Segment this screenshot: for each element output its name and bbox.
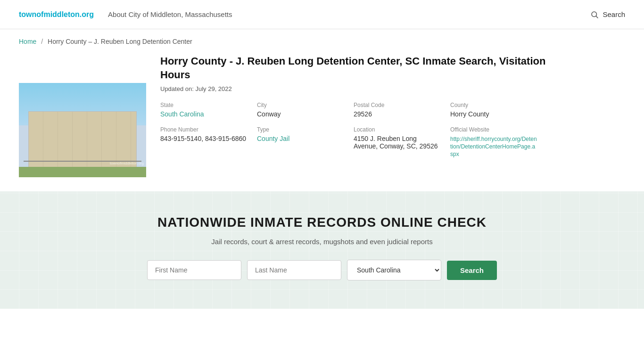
phone-label: Phone Number (160, 126, 248, 133)
breadcrumb-home[interactable]: Home (19, 38, 36, 45)
section-subtitle: Jail records, court & arrest records, mu… (19, 238, 625, 246)
breadcrumb-current: Horry County – J. Reuben Long Detention … (48, 38, 192, 45)
breadcrumb-separator: / (41, 38, 43, 45)
county-cell: County Horry County (450, 102, 547, 118)
city-label: City (257, 102, 344, 108)
city-value: Conway (257, 110, 344, 118)
postal-cell: Postal Code 29526 (354, 102, 450, 118)
type-value[interactable]: County Jail (257, 135, 289, 142)
updated-date: Updated on: July 29, 2022 (160, 85, 547, 92)
info-grid: State South Carolina City Conway Postal … (160, 102, 547, 157)
bottom-section: NATIONWIDE INMATE RECORDS ONLINE CHECK J… (0, 191, 644, 309)
last-name-input[interactable] (247, 260, 341, 280)
inmate-search-form: AlabamaAlaskaArizonaArkansasCaliforniaCo… (19, 260, 625, 280)
main-content: townofmiddleton.org Horry County - J. Re… (0, 50, 566, 191)
county-label: County (450, 102, 537, 108)
city-cell: City Conway (257, 102, 354, 118)
location-label: Location (354, 126, 441, 133)
site-header: townofmiddleton.org About City of Middle… (0, 0, 644, 29)
phone-value: 843-915-5140, 843-915-6860 (160, 135, 248, 142)
search-trigger[interactable]: Search (590, 10, 625, 19)
facility-info: Horry County - J. Reuben Long Detention … (160, 55, 547, 177)
state-label: State (160, 102, 248, 108)
county-value: Horry County (450, 110, 537, 118)
facility-image: townofmiddleton.org (19, 83, 146, 177)
location-value: 4150 J. Reuben Long Avenue, Conway, SC, … (354, 135, 441, 150)
header-tagline: About City of Middleton, Massachusetts (108, 10, 590, 18)
svg-point-0 (592, 12, 597, 17)
type-cell: Type County Jail (257, 126, 354, 157)
website-link[interactable]: http://sheriff.horrycounty.org/Detention… (450, 136, 537, 157)
first-name-input[interactable] (147, 260, 241, 280)
postal-label: Postal Code (354, 102, 441, 108)
section-title: NATIONWIDE INMATE RECORDS ONLINE CHECK (19, 215, 625, 230)
breadcrumb: Home / Horry County – J. Reuben Long Det… (0, 29, 644, 50)
site-logo[interactable]: townofmiddleton.org (19, 10, 94, 19)
website-label: Official Website (450, 126, 537, 133)
phone-cell: Phone Number 843-915-5140, 843-915-6860 (160, 126, 257, 157)
location-cell: Location 4150 J. Reuben Long Avenue, Con… (354, 126, 450, 157)
state-select[interactable]: AlabamaAlaskaArizonaArkansasCaliforniaCo… (347, 260, 441, 280)
svg-line-1 (596, 16, 598, 18)
state-cell: State South Carolina (160, 102, 257, 118)
website-cell: Official Website http://sheriff.horrycou… (450, 126, 547, 157)
search-label: Search (603, 10, 625, 18)
search-icon (590, 10, 599, 19)
facility-title: Horry County - J. Reuben Long Detention … (160, 55, 547, 82)
search-button[interactable]: Search (447, 261, 497, 280)
type-label: Type (257, 126, 344, 133)
postal-value: 29526 (354, 110, 441, 118)
state-value[interactable]: South Carolina (160, 110, 204, 118)
